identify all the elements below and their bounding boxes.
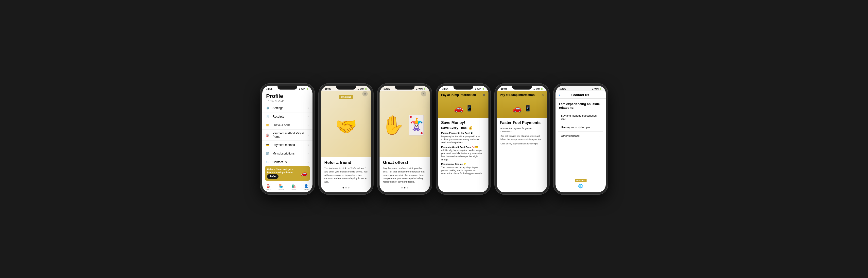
nav-profile[interactable]: 👤 Profile	[300, 184, 312, 190]
receipts-icon: 🧾	[266, 114, 270, 119]
pump-body-5: Faster Fuel Payments -A faster fuel paym…	[497, 118, 547, 148]
chevron-icon: ›	[308, 124, 309, 127]
shop-icon: 🛍️	[291, 184, 296, 188]
hand-card-image: ✋🃏	[381, 114, 428, 136]
subscriptions-label: My subscriptions	[273, 152, 306, 155]
close-button-4[interactable]: ✕	[483, 93, 486, 97]
back-arrow[interactable]: ‹	[559, 93, 560, 97]
contact-question: I am experiencing an issue related to:	[556, 99, 606, 111]
pump-modal-title-4: Pay at Pump Information	[441, 93, 476, 97]
contact-option-2[interactable]: Use my subscription plan ›	[558, 123, 603, 132]
faster-title: Faster Fuel Payments	[500, 120, 544, 125]
refer-friend-desc: You just need to click on "Refer a frien…	[324, 167, 368, 183]
time-1: 19:05	[266, 88, 273, 90]
section-text-1: By paying for fuel at the pump with your…	[441, 135, 486, 144]
pump-image-area-5: 🚗 📱	[497, 98, 547, 118]
menu-item-payment-pump[interactable]: ⛽ Payment method Pay at Pump ›	[262, 130, 312, 141]
refer-button[interactable]: Refer	[267, 174, 278, 179]
contact-option-label-2: Use my subscription plan	[561, 126, 598, 129]
phone-1: 19:05 ▲WiFi🔋 Profile +47 9771 2634 ⚙️	[260, 84, 314, 194]
payment-icon: 💳	[266, 143, 270, 147]
chevron-icon: ›	[308, 115, 309, 118]
nav-profile-label: Profile	[304, 188, 309, 190]
contact-footer: SUNSHINE 🌐	[556, 179, 606, 188]
contact-header: ‹ Contact us	[556, 91, 606, 99]
menu-item-contact[interactable]: ✉️ Contact us ›	[262, 158, 312, 164]
chevron-icon: ›	[308, 144, 309, 146]
contact-option-3[interactable]: Other feedback ›	[558, 132, 603, 140]
menu-item-settings[interactable]: ⚙️ Settings ›	[262, 104, 312, 112]
close-button-2[interactable]: ✕	[362, 91, 368, 97]
phone-3: 19:05 ▲WiFi🔋 ✕ ✋🃏 Great offers! Buy the …	[378, 84, 432, 194]
hands-image: 🤝	[335, 116, 357, 137]
dot-2	[345, 187, 347, 188]
pump-icon: ⛽	[266, 133, 270, 137]
nav-shop-label: Shop	[291, 188, 296, 190]
nav-stores[interactable]: 🏪 Stores	[275, 184, 287, 190]
save-title: Save Money!	[441, 120, 486, 125]
close-button-3[interactable]: ✕	[421, 91, 426, 97]
menu-item-subscriptions[interactable]: 🔄 My subscriptions ›	[262, 149, 312, 158]
menu-item-receipts[interactable]: 🧾 Receipts ›	[262, 112, 312, 121]
refer-banner: Refer a friend and get a free carwash pl…	[265, 166, 310, 181]
phone-2: 19:05 ▲WiFi🔋 ✕ SUNSHINE 🤝 Refer a friend…	[319, 84, 373, 194]
section-title-3: Economical Choice 💡	[441, 163, 486, 165]
chevron-icon: ›	[308, 152, 309, 155]
receipts-label: Receipts	[273, 115, 306, 118]
nav-shop[interactable]: 🛍️ Shop	[287, 184, 300, 190]
chevron-icon: ›	[308, 161, 309, 164]
screens-container: 19:05 ▲WiFi🔋 Profile +47 9771 2634 ⚙️	[255, 79, 613, 199]
menu-list: ⚙️ Settings › 🧾 Receipts › 🎫	[262, 104, 312, 164]
bottom-nav: ⛽ Home 🏪 Stores 🛍️ Shop 👤	[262, 183, 312, 193]
dot-2	[404, 187, 405, 188]
offers-content: Great offers! Buy the plans or offers th…	[379, 157, 430, 193]
menu-item-payment[interactable]: 💳 Payment method ›	[262, 141, 312, 149]
offers-image-area: ✋🃏	[379, 91, 430, 157]
contact-icon: ✉️	[266, 160, 270, 164]
code-icon: 🎫	[266, 123, 270, 128]
pump-modal-title-5: Pay at Pump Information	[500, 93, 534, 97]
section-text-2: Additionally, bypassing the need to swip…	[441, 149, 486, 161]
contact-option-label-3: Other feedback	[561, 134, 598, 137]
time-4: 19:04	[442, 88, 448, 90]
save-subtitle: Save Every Time! 💰	[441, 126, 486, 130]
faster-point-1: -A faster fuel payment for greater conve…	[500, 127, 544, 133]
sunshine-logo-6: SUNSHINE	[575, 179, 587, 182]
time-6: 19:06	[559, 88, 566, 90]
settings-icon: ⚙️	[266, 106, 270, 110]
payment-pump-label: Payment method Pay at Pump	[273, 132, 306, 139]
nav-home[interactable]: ⛽ Home	[262, 184, 275, 190]
pump-modal-4: Pay at Pump Information ✕ 🚗 📱 Save Money…	[438, 91, 489, 193]
contact-option-1[interactable]: Buy and manage subscription plan ›	[558, 111, 603, 123]
dot-3	[407, 187, 408, 188]
chevron-icon-3: ›	[600, 135, 600, 137]
globe-icon: 🌐	[578, 184, 583, 188]
phone-image: 📱	[466, 105, 473, 112]
sunshine-logo: SUNSHINE	[339, 95, 353, 99]
chevron-icon-2: ›	[600, 126, 600, 129]
refer-content: Refer a friend You just need to click on…	[321, 157, 371, 193]
code-label: I have a code	[273, 124, 306, 127]
profile-subtitle: +47 9771 2634	[266, 99, 309, 102]
phone-5: 19:04 ▲WiFi🔋 Pay at Pump Information ✕ 🚗…	[495, 84, 549, 194]
menu-item-code[interactable]: 🎫 I have a code ›	[262, 121, 312, 130]
close-button-5[interactable]: ✕	[541, 93, 544, 97]
refer-image-area: SUNSHINE 🤝	[321, 91, 371, 157]
section-title-2: Eliminate Credit Card Fees 🚫 💳	[441, 146, 486, 148]
nav-home-label: Home	[266, 188, 271, 190]
home-icon: ⛽	[267, 184, 271, 188]
stores-icon: 🏪	[279, 184, 283, 188]
pump-modal-header-5: Pay at Pump Information ✕	[497, 91, 547, 98]
contact-option-label-1: Buy and manage subscription plan	[561, 114, 598, 120]
subscriptions-icon: 🔄	[266, 151, 270, 156]
dot-1	[343, 187, 344, 188]
refer-friend-title: Refer a friend	[324, 160, 368, 165]
car-image-5: 🚗	[513, 104, 522, 113]
chevron-icon-1: ›	[600, 116, 600, 118]
car-image: 🚗	[454, 104, 463, 113]
contact-options: Buy and manage subscription plan › Use m…	[558, 111, 603, 140]
contact-label: Contact us	[273, 161, 306, 164]
phone-image-5: 📱	[524, 105, 532, 112]
section-text-3: This means more money stays in your pock…	[441, 166, 486, 175]
time-3: 19:05	[383, 88, 390, 90]
